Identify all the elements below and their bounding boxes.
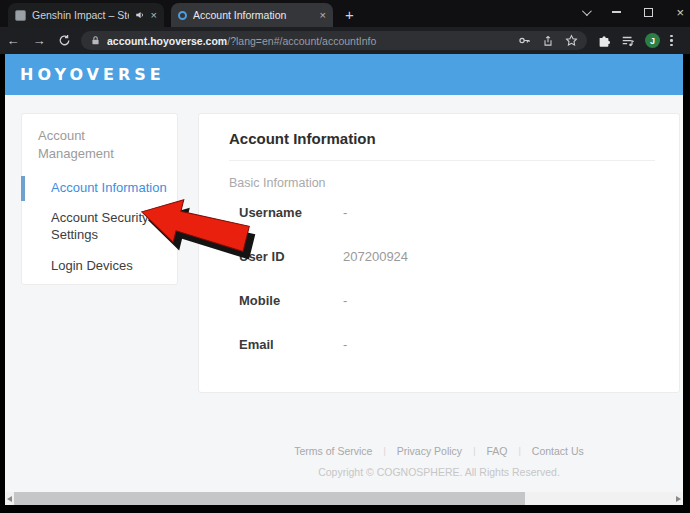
url-text[interactable]: account.hoyoverse.com/?lang=en#/account/…	[107, 35, 512, 47]
username-row: Username -	[239, 205, 679, 220]
sidebar-item-label: Account Security Settings	[51, 210, 149, 242]
extensions-puzzle-icon[interactable]	[597, 34, 611, 48]
url-host: account.hoyoverse.com	[107, 35, 227, 47]
sidebar-title: Account Management	[38, 127, 163, 162]
footer-link-terms[interactable]: Terms of Service	[294, 445, 372, 457]
email-row: Email -	[239, 337, 679, 352]
window-controls: ×	[582, 0, 684, 24]
footer-separator: |	[518, 446, 520, 456]
sidebar-item-login-devices[interactable]: Login Devices	[22, 257, 177, 274]
tab-title: Account Information	[193, 9, 314, 21]
tab-close-icon[interactable]: ×	[151, 10, 157, 21]
footer-link-privacy[interactable]: Privacy Policy	[397, 445, 462, 457]
mobile-row: Mobile -	[239, 293, 679, 308]
tab-audio-icon[interactable]	[135, 10, 145, 20]
field-label: Mobile	[239, 293, 343, 308]
maximize-button[interactable]	[644, 8, 653, 17]
forward-button[interactable]: →	[26, 33, 52, 48]
minimize-button[interactable]	[612, 11, 621, 13]
sidebar-nav: Account Information Account Security Set…	[22, 179, 177, 274]
playlist-extension-icon[interactable]	[621, 34, 635, 48]
tab-account-information[interactable]: Account Information ×	[171, 3, 333, 27]
sidebar-panel: Account Management Account Information A…	[21, 113, 178, 285]
divider	[229, 160, 655, 161]
sidebar-item-account-security-settings[interactable]: Account Security Settings	[22, 209, 177, 243]
tab-search-chevron-icon[interactable]	[582, 6, 592, 16]
tab-genshin-impact[interactable]: Genshin Impact – Step Into a ×	[8, 3, 164, 27]
browser-menu-icon[interactable]	[670, 35, 673, 47]
bookmark-star-icon[interactable]	[565, 34, 578, 47]
browser-toolbar: ← → account.hoyoverse.com/?lang=en#/acco…	[0, 27, 690, 54]
tab-close-icon[interactable]: ×	[320, 10, 326, 21]
address-bar[interactable]: account.hoyoverse.com/?lang=en#/account/…	[81, 31, 587, 50]
basic-information-label: Basic Information	[229, 176, 679, 190]
hoyoverse-logo[interactable]: HOYOVERSE	[20, 65, 165, 84]
window-close-button[interactable]: ×	[676, 6, 684, 19]
field-label: Username	[239, 205, 343, 220]
field-value: -	[343, 205, 347, 220]
hoyoverse-favicon-icon	[178, 11, 187, 20]
tab-title: Genshin Impact – Step Into a	[32, 9, 129, 21]
user-id-row: User ID 207200924	[239, 249, 679, 264]
toolbar-right: J	[597, 33, 673, 48]
share-icon[interactable]	[542, 35, 554, 47]
field-label: User ID	[239, 249, 343, 264]
active-indicator-bar	[21, 176, 25, 201]
tab-strip: Genshin Impact – Step Into a × Account I…	[0, 0, 690, 27]
account-information-panel: Account Information Basic Information Us…	[198, 113, 680, 393]
profile-avatar[interactable]: J	[645, 33, 660, 48]
horizontal-scrollbar[interactable]	[5, 492, 683, 505]
footer-link-contact[interactable]: Contact Us	[532, 445, 584, 457]
field-value: -	[343, 337, 347, 352]
sidebar-item-account-information[interactable]: Account Information	[22, 179, 177, 196]
scroll-left-icon[interactable]	[7, 496, 12, 502]
scrollbar-thumb[interactable]	[14, 492, 525, 505]
sidebar-item-label: Login Devices	[51, 258, 133, 273]
page-title: Account Information	[229, 130, 655, 147]
url-path: /?lang=en#/account/accountInfo	[227, 35, 376, 47]
new-tab-button[interactable]: +	[345, 7, 354, 22]
field-label: Email	[239, 337, 343, 352]
copyright-text: Copyright © COGNOSPHERE. All Rights Rese…	[198, 466, 680, 478]
password-key-icon[interactable]	[518, 34, 531, 47]
scroll-right-icon[interactable]	[676, 496, 681, 502]
footer-link-faq[interactable]: FAQ	[486, 445, 507, 457]
omnibox-actions	[518, 34, 578, 47]
back-button[interactable]: ←	[0, 33, 26, 48]
field-value: 207200924	[343, 249, 408, 264]
hoyoverse-header: HOYOVERSE	[5, 54, 683, 95]
site-footer: Terms of Service | Privacy Policy | FAQ …	[198, 445, 680, 478]
sidebar-item-label: Account Information	[51, 180, 167, 195]
genshin-favicon-icon	[15, 10, 26, 21]
reload-button[interactable]	[58, 34, 71, 47]
page-content: Account Management Account Information A…	[5, 95, 683, 492]
field-value: -	[343, 293, 347, 308]
lock-icon[interactable]	[90, 35, 101, 46]
info-rows: Username - User ID 207200924 Mobile - Em…	[239, 205, 679, 352]
footer-separator: |	[383, 446, 385, 456]
footer-separator: |	[473, 446, 475, 456]
footer-links: Terms of Service | Privacy Policy | FAQ …	[198, 445, 680, 457]
